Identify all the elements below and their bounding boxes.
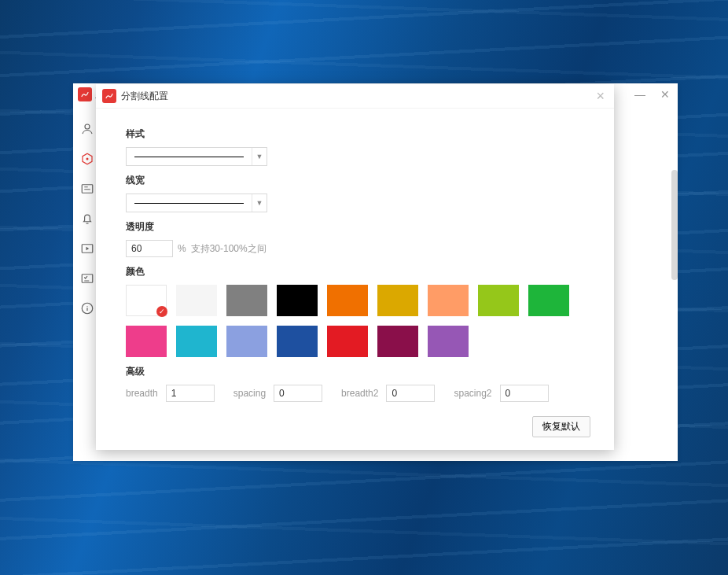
- advanced-label: 高级: [126, 365, 590, 378]
- close-button[interactable]: ✕: [657, 88, 673, 101]
- color-swatch-4[interactable]: [327, 285, 368, 316]
- svg-rect-4: [82, 275, 93, 283]
- color-swatch-14[interactable]: [377, 326, 418, 357]
- app-icon: [78, 87, 92, 101]
- restore-defaults-button[interactable]: 恢复默认: [532, 416, 590, 437]
- scroll-thumb[interactable]: [671, 170, 678, 280]
- color-swatch-10[interactable]: [176, 326, 217, 357]
- color-label: 颜色: [126, 265, 590, 278]
- breadth-label: breadth: [126, 388, 158, 399]
- spacing2-label: spacing2: [454, 388, 491, 399]
- svg-point-1: [86, 158, 89, 160]
- breadth2-label: breadth2: [341, 388, 378, 399]
- sidebar-checklist-icon[interactable]: [79, 271, 95, 286]
- color-swatch-5[interactable]: [377, 285, 418, 316]
- linewidth-dropdown[interactable]: ▼: [126, 194, 267, 212]
- advanced-row: breadth spacing breadth2 spacing2: [126, 385, 590, 402]
- dialog-body: 样式 ▼ 线宽 ▼ 透明度 % 支持30-100%之间 颜色 ✓ 高级 brea…: [96, 109, 614, 450]
- minimize-button[interactable]: —: [632, 88, 648, 101]
- dialog-title: 分割线配置: [121, 90, 168, 103]
- color-swatch-8[interactable]: [528, 285, 569, 316]
- dialog-app-icon: [102, 89, 116, 103]
- opacity-row: % 支持30-100%之间: [126, 240, 590, 257]
- sidebar-play-icon[interactable]: [79, 241, 95, 256]
- color-swatch-7[interactable]: [478, 285, 519, 316]
- color-swatch-15[interactable]: [428, 326, 469, 357]
- chevron-down-icon: ▼: [252, 148, 267, 165]
- color-grid: ✓: [126, 285, 574, 357]
- chevron-down-icon: ▼: [252, 194, 267, 212]
- svg-rect-2: [82, 185, 93, 194]
- breadth-input[interactable]: [166, 385, 215, 402]
- opacity-input[interactable]: [126, 240, 173, 257]
- sidebar-hex-icon[interactable]: [79, 151, 95, 167]
- scrollbar[interactable]: [671, 170, 678, 359]
- sidebar-user-icon[interactable]: [79, 121, 95, 137]
- color-swatch-9[interactable]: [126, 326, 167, 357]
- color-swatch-3[interactable]: [277, 285, 318, 316]
- color-swatch-1[interactable]: [176, 285, 217, 316]
- sidebar-card-icon[interactable]: [79, 181, 95, 197]
- style-dropdown[interactable]: ▼: [126, 147, 267, 166]
- opacity-unit: %: [178, 243, 186, 254]
- color-swatch-6[interactable]: [428, 285, 469, 316]
- breadth2-input[interactable]: [386, 385, 435, 402]
- color-swatch-13[interactable]: [327, 326, 368, 357]
- spacing-input[interactable]: [274, 385, 322, 402]
- linewidth-preview-line: [134, 203, 244, 204]
- desktop-wallpaper: 系 — ✕ 分割线配置 × 样式: [0, 0, 728, 575]
- sidebar-info-icon[interactable]: [79, 300, 95, 316]
- style-preview-line: [134, 157, 244, 157]
- parent-window-controls: — ✕: [632, 88, 673, 101]
- restore-row: 恢复默认: [126, 416, 590, 437]
- dialog-close-button[interactable]: ×: [593, 88, 608, 105]
- divider-config-dialog: 分割线配置 × 样式 ▼ 线宽 ▼ 透明度 % 支持30-100%之间 颜色 ✓: [96, 84, 614, 450]
- opacity-hint: 支持30-100%之间: [191, 242, 267, 256]
- dialog-titlebar: 分割线配置 ×: [96, 84, 614, 109]
- sidebar-bell-icon[interactable]: [79, 211, 95, 227]
- color-swatch-0[interactable]: ✓: [126, 285, 167, 316]
- style-label: 样式: [126, 127, 590, 141]
- spacing-label: spacing: [233, 388, 266, 399]
- check-icon: ✓: [156, 306, 167, 317]
- color-swatch-11[interactable]: [226, 326, 267, 357]
- linewidth-label: 线宽: [126, 174, 590, 187]
- color-swatch-2[interactable]: [226, 285, 267, 316]
- spacing2-input[interactable]: [500, 385, 549, 402]
- color-swatch-12[interactable]: [277, 326, 318, 357]
- opacity-label: 透明度: [126, 220, 590, 234]
- svg-point-0: [85, 124, 90, 129]
